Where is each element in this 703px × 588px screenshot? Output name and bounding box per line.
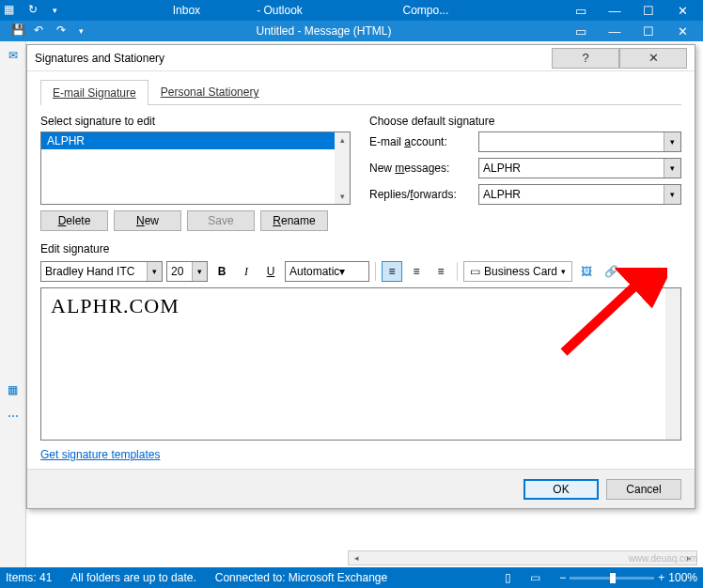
email-account-label: E-mail account:	[369, 135, 473, 148]
replies-forwards-label: Replies/forwards:	[369, 188, 473, 201]
replies-forwards-combo[interactable]: ALPHR ▾	[478, 184, 681, 205]
app-name: - Outlook	[257, 4, 303, 17]
insert-hyperlink-button[interactable]: 🔗	[601, 261, 621, 282]
ribbon-options-icon[interactable]: ▭	[564, 0, 598, 21]
new-button[interactable]: New	[114, 210, 181, 231]
zoom-slider[interactable]	[570, 577, 654, 580]
maximize-button[interactable]: ☐	[632, 21, 665, 41]
business-card-button[interactable]: ▭ Business Card ▾	[463, 261, 572, 282]
signature-item[interactable]: ALPHR	[41, 132, 350, 149]
chevron-down-icon[interactable]: ▾	[664, 185, 680, 204]
help-button[interactable]: ?	[552, 48, 619, 69]
status-sync: All folders are up to date.	[70, 571, 195, 584]
chevron-down-icon[interactable]: ▾	[339, 265, 345, 278]
bold-button[interactable]: B	[211, 261, 232, 282]
tab-email-signature[interactable]: E-mail Signature	[40, 80, 148, 105]
signature-text[interactable]: ALPHR.COM	[51, 294, 671, 318]
new-messages-combo[interactable]: ALPHR ▾	[478, 158, 681, 178]
zoom-in-button[interactable]: +	[658, 571, 664, 584]
close-button[interactable]: ✕	[665, 21, 699, 41]
chevron-down-icon[interactable]: ▾	[664, 132, 680, 151]
cancel-button[interactable]: Cancel	[606, 479, 681, 500]
signature-editor[interactable]: ALPHR.COM	[40, 287, 681, 441]
rename-button[interactable]: Rename	[260, 210, 328, 231]
underline-button[interactable]: U	[260, 261, 281, 282]
outlook-titlebar: ▦ ↻ ▾ Inbox - Outlook Compo... ▭ — ☐ ✕	[0, 0, 703, 21]
maximize-button[interactable]: ☐	[632, 0, 665, 21]
chevron-down-icon[interactable]: ▾	[147, 262, 162, 281]
more-icon[interactable]: ⋯	[4, 410, 23, 428]
align-center-button[interactable]: ≡	[406, 261, 427, 282]
undo-icon[interactable]: ↶	[34, 23, 49, 39]
font-family-combo[interactable]: Bradley Hand ITC▾	[40, 261, 163, 282]
message-title: Untitled - Message (HTML)	[84, 24, 564, 38]
dialog-title: Signatures and Stationery	[35, 52, 552, 65]
status-items: Items: 41	[6, 571, 52, 584]
calendar-icon[interactable]: ▦	[4, 383, 23, 402]
ribbon-options-icon[interactable]: ▭	[564, 21, 598, 41]
scrollbar[interactable]: ▴▾	[335, 132, 350, 204]
signature-list[interactable]: ALPHR ▴▾	[40, 132, 351, 205]
save-button[interactable]: Save	[187, 210, 255, 231]
minimize-button[interactable]: —	[598, 0, 632, 21]
get-templates-link[interactable]: Get signature templates	[40, 448, 681, 461]
minimize-button[interactable]: —	[598, 21, 632, 41]
status-connection: Connected to: Microsoft Exchange	[215, 571, 387, 584]
scrollbar[interactable]	[665, 288, 680, 440]
insert-picture-button[interactable]: 🖼	[576, 261, 597, 282]
default-signature-label: Choose default signature	[369, 115, 681, 128]
zoom-out-button[interactable]: −	[559, 571, 566, 584]
status-bar: Items: 41 All folders are up to date. Co…	[0, 567, 703, 588]
chevron-down-icon[interactable]: ▾	[561, 267, 566, 276]
tab-bar: E-mail Signature Personal Stationery	[40, 79, 681, 105]
redo-icon[interactable]: ↷	[56, 23, 71, 39]
italic-button[interactable]: I	[236, 261, 257, 282]
signatures-dialog: Signatures and Stationery ? ✕ E-mail Sig…	[26, 44, 695, 509]
save-icon[interactable]: 💾	[11, 23, 26, 39]
font-size-combo[interactable]: 20▾	[166, 261, 208, 282]
mail-icon[interactable]: ✉	[4, 49, 23, 68]
align-right-button[interactable]: ≡	[430, 261, 451, 282]
chevron-down-icon[interactable]: ▾	[192, 262, 207, 281]
card-icon: ▭	[470, 265, 480, 278]
zoom-control[interactable]: − + 100%	[559, 571, 697, 584]
new-messages-label: New messages:	[369, 162, 473, 175]
navigation-rail: ✉ ▦ ⋯	[0, 41, 26, 567]
close-button[interactable]: ✕	[619, 48, 687, 69]
secondary-window-label: Compo...	[403, 4, 449, 17]
chevron-down-icon[interactable]: ▾	[664, 159, 680, 178]
watermark: www.deuaq.com	[629, 553, 697, 564]
close-button[interactable]: ✕	[665, 0, 699, 21]
app-menu-icon[interactable]: ▦	[4, 3, 19, 18]
view-normal-icon[interactable]: ▯	[505, 571, 511, 584]
zoom-value: 100%	[668, 571, 697, 584]
editor-toolbar: Bradley Hand ITC▾ 20▾ B I U Automatic▾ ≡…	[40, 259, 681, 284]
email-account-combo[interactable]: ▾	[478, 132, 681, 152]
select-signature-label: Select signature to edit	[40, 115, 351, 128]
align-left-button[interactable]: ≡	[382, 261, 402, 282]
delete-button[interactable]: Delete	[40, 210, 108, 231]
view-reading-icon[interactable]: ▭	[530, 571, 540, 584]
ok-button[interactable]: OK	[523, 479, 599, 500]
folder-name: Inbox	[173, 4, 200, 17]
tab-personal-stationery[interactable]: Personal Stationery	[148, 79, 272, 104]
font-color-combo[interactable]: Automatic▾	[285, 261, 369, 282]
message-titlebar: 💾 ↶ ↷ ▾ Untitled - Message (HTML) ▭ — ☐ …	[0, 21, 703, 41]
scroll-left-icon[interactable]: ◂	[349, 551, 364, 565]
sync-icon[interactable]: ↻	[28, 3, 43, 18]
edit-signature-label: Edit signature	[40, 242, 681, 255]
